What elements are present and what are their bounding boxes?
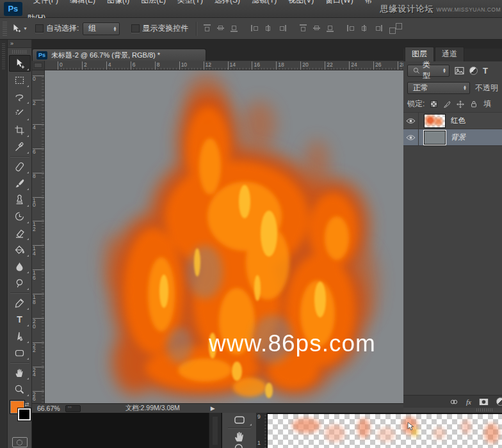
- document-tab[interactable]: Ps 未标题-2 @ 66.7% (背景, RGB/8) *: [32, 49, 206, 61]
- menu-item-3[interactable]: 图层(L): [135, 0, 172, 4]
- new-adjustment-layer-icon[interactable]: [496, 397, 502, 406]
- status-bar: 66.67% 文档:2.99M/3.08M ▶: [32, 403, 403, 413]
- ruler-label-h: 12: [204, 61, 211, 70]
- filter-type-dropdown[interactable]: 类型: [407, 65, 449, 77]
- status-menu-arrow[interactable]: ▶: [211, 405, 215, 412]
- lock-all-icon[interactable]: [470, 100, 478, 108]
- align-buttons: [200, 23, 399, 35]
- layer-row-0[interactable]: 红色: [403, 113, 502, 129]
- panel-bottom-bar: fx: [403, 395, 502, 408]
- document-tab-icon: Ps: [36, 51, 47, 60]
- canvas[interactable]: www.86ps.com: [45, 70, 403, 403]
- tools-panel-grip[interactable]: [12, 50, 28, 54]
- menu-item-1[interactable]: 编辑(E): [64, 0, 101, 4]
- tool-blur[interactable]: [9, 258, 31, 275]
- lock-paint-icon[interactable]: [443, 100, 451, 108]
- background-canvas-transparent[interactable]: [268, 414, 502, 448]
- blend-mode-value: 正常: [413, 83, 428, 93]
- options-grip: [3, 22, 7, 36]
- tool-crop[interactable]: [9, 122, 31, 138]
- filter-adjustment-layers-icon[interactable]: [469, 67, 478, 75]
- move-tool-preset[interactable]: ▼: [10, 24, 29, 34]
- align-icon-0-2[interactable]: [230, 24, 238, 32]
- tool-zoom[interactable]: [9, 381, 31, 397]
- align-icon-1-0[interactable]: [251, 24, 259, 32]
- tool-pen[interactable]: [9, 294, 31, 311]
- tool-dodge[interactable]: [9, 275, 31, 291]
- menu-item-4[interactable]: 类型(Y): [172, 0, 209, 4]
- tool-lasso[interactable]: [9, 88, 31, 105]
- menu-item-7[interactable]: 视图(V): [282, 0, 320, 4]
- tool-eraser[interactable]: [9, 225, 31, 241]
- ruler-label-h: 2: [82, 61, 87, 70]
- align-icon-0-1[interactable]: [216, 24, 225, 32]
- align-icon-3-1[interactable]: [360, 24, 369, 32]
- align-icon-0-0[interactable]: [203, 24, 211, 32]
- lock-label: 锁定:: [407, 99, 425, 109]
- tool-hand[interactable]: [9, 364, 31, 381]
- menu-item-6[interactable]: 滤镜(T): [246, 0, 282, 4]
- panel-resize-grip[interactable]: [403, 408, 502, 413]
- filter-pixel-layers-icon[interactable]: [455, 67, 464, 75]
- align-icon-3-2[interactable]: [374, 24, 382, 32]
- menu-item-8[interactable]: 窗口(W): [320, 0, 359, 4]
- auto-select-checkbox[interactable]: [35, 24, 44, 33]
- layer-thumbnail[interactable]: [424, 131, 446, 145]
- lock-position-icon[interactable]: [457, 100, 464, 108]
- tool-magic-wand[interactable]: [9, 105, 31, 122]
- horizontal-ruler: 0246810121416182022242628: [45, 61, 403, 70]
- layer-visibility-toggle[interactable]: [403, 129, 419, 145]
- swap-colors-icon[interactable]: ⇄: [24, 401, 29, 408]
- tools-panel-collapse-button[interactable]: [8, 40, 31, 48]
- tool-clone-stamp[interactable]: [9, 191, 31, 208]
- tool-spot-healing-brush[interactable]: [9, 158, 31, 175]
- align-icon-1-2[interactable]: [278, 24, 286, 32]
- align-icon-1-1[interactable]: [264, 24, 273, 32]
- lock-transparency-icon[interactable]: [430, 100, 437, 108]
- layer-name[interactable]: 红色: [451, 116, 466, 125]
- layer-row-1[interactable]: 背景: [403, 129, 502, 146]
- filter-type-layers-icon[interactable]: T: [483, 66, 488, 76]
- tool-rectangular-marquee[interactable]: [9, 72, 31, 88]
- tool-zoom[interactable]: [225, 444, 254, 448]
- flyout-indicator: [27, 205, 29, 207]
- tool-brush[interactable]: [9, 175, 31, 191]
- layer-name[interactable]: 背景: [451, 132, 466, 142]
- document-window: Ps 未标题-2 @ 66.7% (背景, RGB/8) * 024681012…: [32, 40, 403, 413]
- align-icon-3-0[interactable]: [347, 24, 355, 32]
- tool-hand[interactable]: [225, 429, 254, 443]
- flyout-indicator: [27, 135, 29, 137]
- lock-row: 锁定: 填: [403, 96, 502, 113]
- blend-mode-row: 正常 不透明: [403, 79, 502, 96]
- menu-item-2[interactable]: 图像(I): [101, 0, 135, 4]
- tool-history-brush[interactable]: [9, 208, 31, 225]
- quick-mask-button[interactable]: [12, 437, 28, 447]
- filter-type-value: 类型: [423, 60, 437, 81]
- blend-mode-dropdown[interactable]: 正常: [407, 82, 470, 94]
- background-color-swatch[interactable]: [18, 408, 31, 420]
- flyout-indicator: [27, 358, 29, 360]
- tool-move[interactable]: [9, 55, 31, 72]
- tool-type[interactable]: T: [9, 311, 31, 328]
- tool-rounded-rectangle[interactable]: [9, 344, 31, 361]
- tool-paint-bucket[interactable]: [9, 241, 31, 258]
- align-icon-2-0[interactable]: [299, 24, 307, 32]
- zoom-level[interactable]: 66.67%: [37, 404, 60, 412]
- tool-rounded-rectangle[interactable]: [225, 413, 254, 427]
- add-layer-mask-icon[interactable]: [479, 398, 489, 406]
- menu-item-0[interactable]: 文件(F): [28, 0, 64, 4]
- spinner-icon: [108, 26, 117, 31]
- auto-select-target-dropdown[interactable]: 组: [83, 22, 120, 35]
- show-transform-checkbox[interactable]: [131, 24, 140, 33]
- tool-eyedropper[interactable]: [9, 138, 31, 155]
- flyout-indicator: [27, 308, 29, 310]
- menu-item-5[interactable]: 选择(S): [209, 0, 246, 4]
- layer-style-button[interactable]: fx: [466, 398, 471, 406]
- layer-thumbnail[interactable]: [424, 114, 446, 128]
- tool-path-selection[interactable]: [9, 328, 31, 344]
- align-icon-2-2[interactable]: [326, 24, 334, 32]
- link-layers-icon[interactable]: [449, 398, 458, 406]
- panel-tab-channels[interactable]: 通道: [435, 47, 464, 61]
- layer-visibility-toggle[interactable]: [403, 113, 419, 129]
- align-icon-2-1[interactable]: [312, 24, 321, 32]
